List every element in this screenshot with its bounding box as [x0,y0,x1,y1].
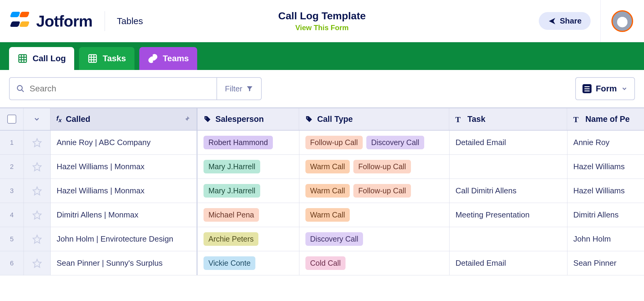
table-row[interactable]: 6 Sean Pinner | Sunny's Surplus Vickie C… [0,251,644,275]
product-name[interactable]: Tables [117,16,143,26]
cell-name[interactable]: Hazel Williams [567,155,644,179]
brand-logo[interactable]: Jotform [11,12,93,30]
filter-button[interactable]: Filter [217,77,262,100]
cell-salesperson[interactable]: Archie Peters [197,227,299,251]
row-star[interactable] [24,131,51,154]
expand-header[interactable] [24,108,50,130]
star-icon[interactable] [32,186,42,196]
view-switch-button[interactable]: Form [575,77,635,100]
star-icon[interactable] [32,234,42,244]
cell-called[interactable]: John Holm | Envirotecture Design [51,227,197,251]
table-row[interactable]: 5 John Holm | Envirotecture Design Archi… [0,227,644,251]
cell-salesperson[interactable]: Mary J.Harrell [197,179,299,203]
salesperson-chip[interactable]: Vickie Conte [204,256,255,270]
row-star[interactable] [24,203,51,227]
column-header-call-type[interactable]: Call Type [299,108,449,130]
cell-called[interactable]: Hazel Williams | Monmax [51,179,197,203]
link-icon [148,53,158,64]
tab-tasks[interactable]: Tasks [79,47,134,70]
column-header-name[interactable]: T Name of Pe [567,108,644,130]
cell-name[interactable]: Annie Roy [567,131,644,154]
document-title[interactable]: Call Log Template [278,10,366,22]
svg-point-10 [17,86,22,90]
row-star[interactable] [24,227,51,251]
cell-name[interactable]: Hazel Williams [567,179,644,203]
call-type-chip[interactable]: Warm Call [305,184,350,198]
call-type-chip[interactable]: Follow-up Call [353,184,411,198]
cell-name[interactable]: Sean Pinner [567,251,644,275]
call-type-chip[interactable]: Warm Call [305,208,350,222]
cell-name[interactable]: Dimitri Allens [567,203,644,227]
pin-icon[interactable] [183,115,191,123]
tab-teams[interactable]: Teams [139,47,197,70]
cell-task[interactable] [450,227,567,251]
cell-call-type[interactable]: Warm CallFollow-up Call [299,179,450,203]
star-icon[interactable] [32,258,42,268]
table-row[interactable]: 3 Hazel Williams | Monmax Mary J.Harrell… [0,179,644,203]
user-avatar[interactable] [611,10,633,32]
cell-call-type[interactable]: Cold Call [299,251,450,275]
checkbox-icon[interactable] [7,115,16,124]
search-input[interactable] [30,84,210,93]
row-number[interactable]: 4 [0,203,24,227]
select-all-cell[interactable] [0,108,24,130]
form-icon [582,84,592,93]
cell-called[interactable]: Hazel Williams | Monmax [51,155,197,179]
cell-task[interactable] [450,155,567,179]
row-number[interactable]: 6 [0,251,24,275]
cell-task[interactable]: Detailed Email [450,131,567,154]
search-box[interactable] [9,77,217,100]
table-row[interactable]: 1 Annie Roy | ABC Company Robert Hammond… [0,131,644,155]
column-header-called[interactable]: fx Called [50,108,197,130]
row-number[interactable]: 1 [0,131,24,154]
salesperson-chip[interactable]: Mary J.Harrell [204,184,260,198]
call-type-chip[interactable]: Cold Call [305,256,346,270]
call-type-chip[interactable]: Follow-up Call [353,160,411,173]
call-type-chip[interactable]: Follow-up Call [305,136,363,149]
cell-task[interactable]: Detailed Email [450,251,567,275]
table-row[interactable]: 2 Hazel Williams | Monmax Mary J.Harrell… [0,155,644,179]
cell-call-type[interactable]: Warm Call [299,203,450,227]
tab-call-log[interactable]: Call Log [9,47,74,70]
cell-task[interactable]: Meeting Presentation [450,203,567,227]
svg-marker-16 [33,235,41,243]
cell-called[interactable]: Annie Roy | ABC Company [51,131,197,154]
cell-call-type[interactable]: Discovery Call [299,227,450,251]
star-icon[interactable] [32,138,42,147]
star-icon[interactable] [32,210,42,220]
star-icon[interactable] [32,162,42,172]
row-number[interactable]: 3 [0,179,24,203]
salesperson-chip[interactable]: Mary J.Harrell [204,160,260,173]
row-number[interactable]: 5 [0,227,24,251]
cell-call-type[interactable]: Follow-up CallDiscovery Call [299,131,450,154]
call-type-chip[interactable]: Discovery Call [366,136,424,149]
salesperson-chip[interactable]: Robert Hammond [204,136,273,149]
row-star[interactable] [24,179,51,203]
cell-called[interactable]: Dimitri Allens | Monmax [51,203,197,227]
cell-call-type[interactable]: Warm CallFollow-up Call [299,155,450,179]
cell-salesperson[interactable]: Vickie Conte [197,251,299,275]
row-number[interactable]: 2 [0,155,24,179]
cell-name[interactable]: John Holm [567,227,644,251]
salesperson-chip[interactable]: Michael Pena [204,208,259,222]
view-form-link[interactable]: View This Form [278,24,366,32]
column-header-salesperson[interactable]: Salesperson [197,108,299,130]
cell-salesperson[interactable]: Mary J.Harrell [197,155,299,179]
row-star[interactable] [24,251,51,275]
cell-salesperson[interactable]: Robert Hammond [197,131,299,154]
row-star[interactable] [24,155,51,179]
column-label: Call Type [317,115,353,124]
cell-salesperson[interactable]: Michael Pena [197,203,299,227]
call-type-chip[interactable]: Warm Call [305,160,350,173]
svg-rect-5 [89,55,97,62]
table-row[interactable]: 4 Dimitri Allens | Monmax Michael Pena W… [0,203,644,227]
call-type-chip[interactable]: Discovery Call [305,232,363,246]
salesperson-chip[interactable]: Archie Peters [204,232,258,246]
tab-label: Teams [163,54,189,63]
column-header-task[interactable]: T Task [449,108,567,130]
share-button[interactable]: Share [539,12,591,30]
cell-called[interactable]: Sean Pinner | Sunny's Surplus [51,251,197,275]
logo-mark-icon [11,12,30,30]
cell-task[interactable]: Call Dimitri Allens [450,179,567,203]
grid-icon [87,53,98,64]
